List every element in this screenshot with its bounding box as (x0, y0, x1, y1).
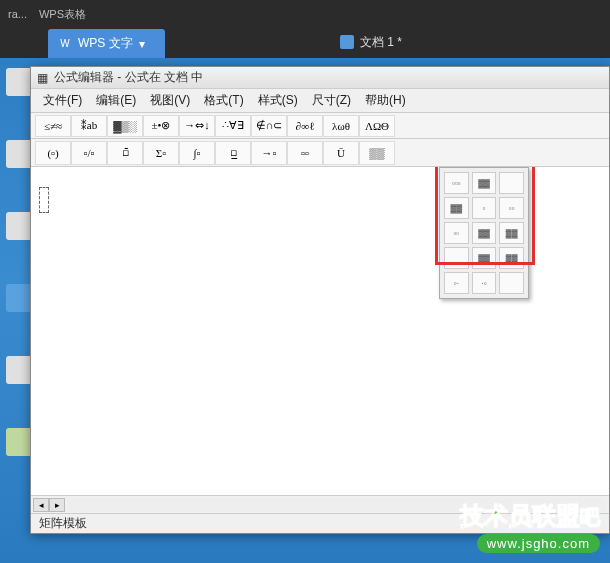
template-integral[interactable]: ∫▫ (179, 141, 215, 165)
template-product[interactable]: ▫▫ (287, 141, 323, 165)
matrix-option-3[interactable] (499, 172, 524, 194)
template-fence[interactable]: (▫) (35, 141, 71, 165)
menu-size[interactable]: 尺寸(Z) (306, 89, 357, 112)
matrix-template-popup: ▫▫▫ ▓▓ ▓▓ ▫ ▫▫ ▫▫ ▓▓ ▓▓ ▓▓ ▓▓ ▫· ·▫ (439, 167, 529, 299)
symbols-spaces[interactable]: ⁑ab (71, 115, 107, 137)
document-tab-label: 文档 1 * (360, 34, 402, 51)
matrix-option-12[interactable]: ▓▓ (499, 247, 524, 269)
window-title: 公式编辑器 - 公式在 文档 中 (54, 69, 203, 86)
template-matrix[interactable]: ▒▒ (359, 141, 395, 165)
watermark-suffix: 吧 (580, 506, 600, 528)
template-underbar[interactable]: ▫̲ (215, 141, 251, 165)
taskbar-app-1[interactable]: ra... (8, 8, 27, 20)
os-taskbar: ra... WPS表格 (0, 0, 610, 28)
menu-view[interactable]: 视图(V) (144, 89, 196, 112)
menu-style[interactable]: 样式(S) (252, 89, 304, 112)
dropdown-icon: ▾ (139, 37, 145, 51)
symbols-set[interactable]: ∉∩⊂ (251, 115, 287, 137)
symbols-embellish[interactable]: ▓▒░ (107, 115, 143, 137)
matrix-option-9[interactable]: ▓▓ (499, 222, 524, 244)
symbols-operators[interactable]: ±•⊗ (143, 115, 179, 137)
matrix-option-5[interactable]: ▫ (472, 197, 497, 219)
template-toolbar: (▫) ▫/▫ ▫̄ Σ▫ ∫▫ ▫̲ →▫ ▫▫ Ū ▒▒ (31, 139, 609, 167)
matrix-option-10[interactable] (444, 247, 469, 269)
app-icon: ▦ (37, 71, 48, 85)
equation-placeholder[interactable] (39, 187, 49, 213)
document-tab[interactable]: 文档 1 * (340, 28, 402, 56)
watermark-text: 技术员联盟 (460, 502, 580, 529)
scroll-left-arrow[interactable]: ◂ (33, 498, 49, 512)
titlebar[interactable]: ▦ 公式编辑器 - 公式在 文档 中 (31, 67, 609, 89)
template-subscript[interactable]: ▫̄ (107, 141, 143, 165)
equation-canvas[interactable]: ▫▫▫ ▓▓ ▓▓ ▫ ▫▫ ▫▫ ▓▓ ▓▓ ▓▓ ▓▓ ▫· ·▫ (31, 167, 609, 495)
symbols-logic[interactable]: ∴∀∃ (215, 115, 251, 137)
symbols-greek-lower[interactable]: λωθ (323, 115, 359, 137)
template-arrow[interactable]: →▫ (251, 141, 287, 165)
status-text: 矩阵模板 (39, 515, 87, 532)
menu-help[interactable]: 帮助(H) (359, 89, 412, 112)
menubar: 文件(F) 编辑(E) 视图(V) 格式(T) 样式(S) 尺寸(Z) 帮助(H… (31, 89, 609, 113)
matrix-option-14[interactable]: ·▫ (472, 272, 497, 294)
matrix-option-6[interactable]: ▫▫ (499, 197, 524, 219)
symbols-arrows[interactable]: →⇔↓ (179, 115, 215, 137)
matrix-option-4[interactable]: ▓▓ (444, 197, 469, 219)
document-icon (340, 35, 354, 49)
symbols-misc[interactable]: ∂∞ℓ (287, 115, 323, 137)
menu-format[interactable]: 格式(T) (198, 89, 249, 112)
template-sum[interactable]: Σ▫ (143, 141, 179, 165)
wps-tab-label: WPS 文字 (78, 35, 133, 52)
matrix-option-15[interactable] (499, 272, 524, 294)
watermark: 技术员联盟吧 www.jsgho.com (460, 500, 600, 553)
equation-editor-window: ▦ 公式编辑器 - 公式在 文档 中 文件(F) 编辑(E) 视图(V) 格式(… (30, 66, 610, 534)
template-fraction[interactable]: ▫/▫ (71, 141, 107, 165)
matrix-option-11[interactable]: ▓▓ (472, 247, 497, 269)
symbols-greek-upper[interactable]: ΛΩΘ (359, 115, 395, 137)
matrix-option-2[interactable]: ▓▓ (472, 172, 497, 194)
matrix-option-8[interactable]: ▓▓ (472, 222, 497, 244)
app-tab-row: W WPS 文字 ▾ (0, 28, 610, 58)
taskbar-app-2[interactable]: WPS表格 (39, 7, 86, 22)
matrix-option-7[interactable]: ▫▫ (444, 222, 469, 244)
wps-writer-tab[interactable]: W WPS 文字 ▾ (48, 29, 165, 58)
matrix-option-1[interactable]: ▫▫▫ (444, 172, 469, 194)
symbol-toolbar: ≤≠≈ ⁑ab ▓▒░ ±•⊗ →⇔↓ ∴∀∃ ∉∩⊂ ∂∞ℓ λωθ ΛΩΘ (31, 113, 609, 139)
symbols-relational[interactable]: ≤≠≈ (35, 115, 71, 137)
wps-icon: W (58, 37, 72, 51)
menu-edit[interactable]: 编辑(E) (90, 89, 142, 112)
template-hat[interactable]: Ū (323, 141, 359, 165)
watermark-url: www.jsgho.com (477, 534, 600, 553)
matrix-option-13[interactable]: ▫· (444, 272, 469, 294)
menu-file[interactable]: 文件(F) (37, 89, 88, 112)
scroll-right-arrow[interactable]: ▸ (49, 498, 65, 512)
